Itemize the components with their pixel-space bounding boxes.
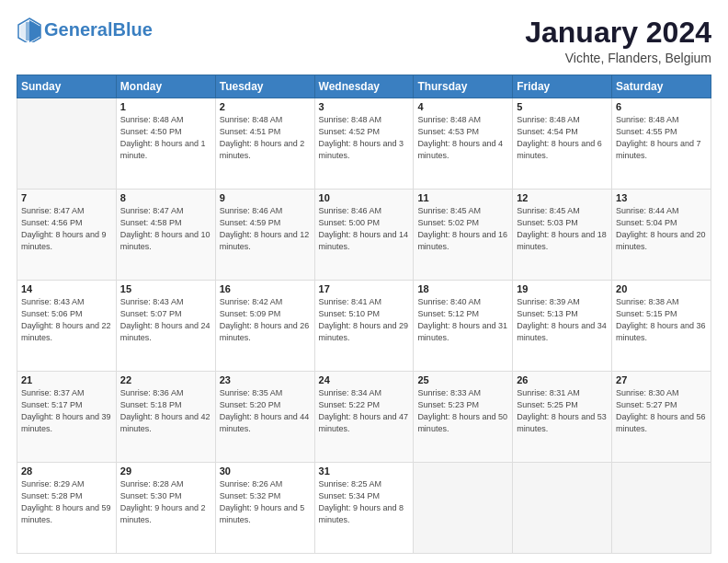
calendar-cell: 2Sunrise: 8:48 AMSunset: 4:51 PMDaylight… (215, 98, 314, 190)
day-info: Sunrise: 8:48 AMSunset: 4:55 PMDaylight:… (616, 114, 707, 162)
page: GeneralBlue January 2024 Vichte, Flander… (0, 0, 728, 563)
calendar-cell: 8Sunrise: 8:47 AMSunset: 4:58 PMDaylight… (116, 190, 215, 281)
day-number: 28 (21, 465, 112, 477)
day-number: 16 (220, 283, 311, 294)
day-info: Sunrise: 8:30 AMSunset: 5:27 PMDaylight:… (616, 387, 707, 435)
calendar-cell: 14Sunrise: 8:43 AMSunset: 5:06 PMDayligh… (17, 281, 117, 372)
calendar-day-header: Saturday (612, 75, 711, 98)
day-info: Sunrise: 8:45 AMSunset: 5:03 PMDaylight:… (517, 205, 608, 253)
location: Vichte, Flanders, Belgium (525, 51, 711, 65)
day-number: 27 (616, 374, 707, 385)
calendar-cell: 27Sunrise: 8:30 AMSunset: 5:27 PMDayligh… (612, 372, 711, 463)
day-number: 5 (517, 101, 608, 112)
calendar-cell (612, 463, 711, 554)
calendar-day-header: Tuesday (215, 75, 314, 98)
day-info: Sunrise: 8:43 AMSunset: 5:06 PMDaylight:… (21, 296, 112, 344)
calendar-table: SundayMondayTuesdayWednesdayThursdayFrid… (17, 75, 711, 554)
day-number: 22 (120, 374, 211, 385)
day-info: Sunrise: 8:38 AMSunset: 5:15 PMDaylight:… (616, 296, 707, 344)
calendar-cell: 15Sunrise: 8:43 AMSunset: 5:07 PMDayligh… (116, 281, 215, 372)
calendar-cell: 6Sunrise: 8:48 AMSunset: 4:55 PMDaylight… (612, 98, 711, 190)
logo-text: GeneralBlue (44, 19, 153, 40)
day-info: Sunrise: 8:28 AMSunset: 5:30 PMDaylight:… (120, 478, 211, 526)
logo-line2: Blue (112, 19, 152, 40)
calendar-week-row: 28Sunrise: 8:29 AMSunset: 5:28 PMDayligh… (17, 463, 711, 554)
calendar-cell: 19Sunrise: 8:39 AMSunset: 5:13 PMDayligh… (513, 281, 612, 372)
calendar-day-header: Wednesday (314, 75, 414, 98)
day-info: Sunrise: 8:48 AMSunset: 4:53 PMDaylight:… (417, 114, 508, 162)
calendar-cell: 26Sunrise: 8:31 AMSunset: 5:25 PMDayligh… (513, 372, 612, 463)
logo-line1: General (44, 19, 112, 40)
calendar-week-row: 1Sunrise: 8:48 AMSunset: 4:50 PMDaylight… (17, 98, 711, 190)
day-number: 2 (220, 101, 311, 112)
day-info: Sunrise: 8:31 AMSunset: 5:25 PMDaylight:… (517, 387, 608, 435)
calendar-cell: 21Sunrise: 8:37 AMSunset: 5:17 PMDayligh… (17, 372, 117, 463)
calendar-day-header: Sunday (17, 75, 117, 98)
day-info: Sunrise: 8:48 AMSunset: 4:54 PMDaylight:… (517, 114, 608, 162)
calendar-cell: 30Sunrise: 8:26 AMSunset: 5:32 PMDayligh… (215, 463, 314, 554)
header: GeneralBlue January 2024 Vichte, Flander… (17, 17, 711, 65)
day-info: Sunrise: 8:45 AMSunset: 5:02 PMDaylight:… (417, 205, 508, 253)
day-info: Sunrise: 8:44 AMSunset: 5:04 PMDaylight:… (616, 205, 707, 253)
calendar-cell: 17Sunrise: 8:41 AMSunset: 5:10 PMDayligh… (314, 281, 414, 372)
day-info: Sunrise: 8:33 AMSunset: 5:23 PMDaylight:… (417, 387, 508, 435)
calendar-cell: 3Sunrise: 8:48 AMSunset: 4:52 PMDaylight… (314, 98, 414, 190)
day-number: 21 (21, 374, 112, 385)
month-year: January 2024 (525, 17, 711, 49)
day-number: 17 (319, 283, 410, 294)
day-number: 11 (417, 192, 508, 203)
day-info: Sunrise: 8:47 AMSunset: 4:56 PMDaylight:… (21, 205, 112, 253)
calendar-day-header: Friday (513, 75, 612, 98)
calendar-cell: 24Sunrise: 8:34 AMSunset: 5:22 PMDayligh… (314, 372, 414, 463)
day-number: 24 (319, 374, 410, 385)
calendar-cell (414, 463, 513, 554)
day-number: 23 (220, 374, 311, 385)
calendar-header-row: SundayMondayTuesdayWednesdayThursdayFrid… (17, 75, 711, 98)
day-number: 8 (120, 192, 211, 203)
calendar-cell: 23Sunrise: 8:35 AMSunset: 5:20 PMDayligh… (215, 372, 314, 463)
calendar-cell: 31Sunrise: 8:25 AMSunset: 5:34 PMDayligh… (314, 463, 414, 554)
day-info: Sunrise: 8:39 AMSunset: 5:13 PMDaylight:… (517, 296, 608, 344)
day-number: 15 (120, 283, 211, 294)
calendar-day-header: Thursday (414, 75, 513, 98)
day-info: Sunrise: 8:47 AMSunset: 4:58 PMDaylight:… (120, 205, 211, 253)
day-info: Sunrise: 8:41 AMSunset: 5:10 PMDaylight:… (319, 296, 410, 344)
calendar-cell: 28Sunrise: 8:29 AMSunset: 5:28 PMDayligh… (17, 463, 117, 554)
calendar-cell: 10Sunrise: 8:46 AMSunset: 5:00 PMDayligh… (314, 190, 414, 281)
day-number: 31 (319, 465, 410, 477)
day-info: Sunrise: 8:35 AMSunset: 5:20 PMDaylight:… (220, 387, 311, 435)
logo: GeneralBlue (17, 17, 153, 42)
day-number: 10 (319, 192, 410, 203)
calendar-week-row: 14Sunrise: 8:43 AMSunset: 5:06 PMDayligh… (17, 281, 711, 372)
calendar-cell (17, 98, 117, 190)
calendar-cell: 11Sunrise: 8:45 AMSunset: 5:02 PMDayligh… (414, 190, 513, 281)
day-number: 13 (616, 192, 707, 203)
day-number: 1 (120, 101, 211, 112)
day-number: 4 (417, 101, 508, 112)
day-number: 26 (517, 374, 608, 385)
calendar-cell: 1Sunrise: 8:48 AMSunset: 4:50 PMDaylight… (116, 98, 215, 190)
day-info: Sunrise: 8:43 AMSunset: 5:07 PMDaylight:… (120, 296, 211, 344)
calendar-week-row: 7Sunrise: 8:47 AMSunset: 4:56 PMDaylight… (17, 190, 711, 281)
day-info: Sunrise: 8:26 AMSunset: 5:32 PMDaylight:… (220, 478, 311, 526)
calendar-cell: 7Sunrise: 8:47 AMSunset: 4:56 PMDaylight… (17, 190, 117, 281)
day-info: Sunrise: 8:40 AMSunset: 5:12 PMDaylight:… (417, 296, 508, 344)
calendar-cell: 25Sunrise: 8:33 AMSunset: 5:23 PMDayligh… (414, 372, 513, 463)
calendar-cell: 4Sunrise: 8:48 AMSunset: 4:53 PMDaylight… (414, 98, 513, 190)
day-number: 6 (616, 101, 707, 112)
day-info: Sunrise: 8:36 AMSunset: 5:18 PMDaylight:… (120, 387, 211, 435)
calendar-cell: 20Sunrise: 8:38 AMSunset: 5:15 PMDayligh… (612, 281, 711, 372)
calendar-day-header: Monday (116, 75, 215, 98)
day-number: 30 (220, 465, 311, 477)
calendar-cell: 16Sunrise: 8:42 AMSunset: 5:09 PMDayligh… (215, 281, 314, 372)
logo-icon (17, 17, 42, 42)
day-number: 18 (417, 283, 508, 294)
day-number: 14 (21, 283, 112, 294)
day-info: Sunrise: 8:48 AMSunset: 4:51 PMDaylight:… (220, 114, 311, 162)
day-info: Sunrise: 8:42 AMSunset: 5:09 PMDaylight:… (220, 296, 311, 344)
day-info: Sunrise: 8:48 AMSunset: 4:52 PMDaylight:… (319, 114, 410, 162)
calendar-cell: 13Sunrise: 8:44 AMSunset: 5:04 PMDayligh… (612, 190, 711, 281)
calendar-cell (513, 463, 612, 554)
day-info: Sunrise: 8:37 AMSunset: 5:17 PMDaylight:… (21, 387, 112, 435)
day-number: 9 (220, 192, 311, 203)
